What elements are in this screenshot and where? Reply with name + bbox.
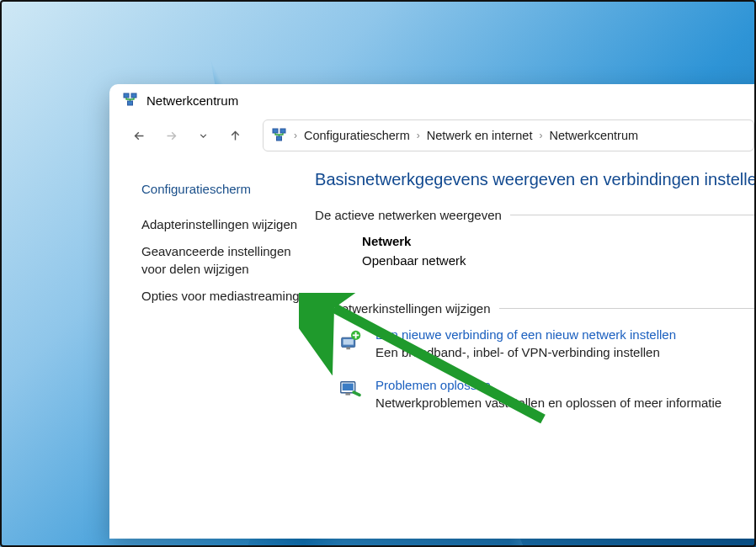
svg-rect-11 xyxy=(343,384,354,390)
sidebar-link-media-streaming[interactable]: Opties voor mediastreaming xyxy=(141,288,303,305)
action-link[interactable]: Problemen oplossen xyxy=(375,378,721,392)
breadcrumb-item[interactable]: Netwerk en internet xyxy=(427,129,533,142)
action-description: Netwerkproblemen vaststellen en oplossen… xyxy=(375,396,721,410)
section-active-networks: De actieve netwerken weergeven xyxy=(315,208,756,222)
main-content: Basisnetwerkgegevens weergeven en verbin… xyxy=(311,167,756,428)
up-button[interactable] xyxy=(221,121,249,150)
sidebar-home-link[interactable]: Configuratiescherm xyxy=(141,182,303,196)
chevron-right-icon: › xyxy=(294,130,297,141)
section-label: De actieve netwerken weergeven xyxy=(315,208,502,222)
svg-rect-2 xyxy=(128,101,133,105)
new-connection-icon xyxy=(338,327,364,353)
svg-rect-3 xyxy=(273,129,278,133)
desktop-background: Netwerkcentrum xyxy=(0,0,756,547)
active-network-block: Netwerk Openbaar netwerk xyxy=(315,234,756,268)
svg-rect-7 xyxy=(343,339,354,345)
address-bar[interactable]: › Configuratiescherm › Netwerk en intern… xyxy=(263,119,754,151)
svg-rect-0 xyxy=(124,93,129,98)
breadcrumb-item[interactable]: Configuratiescherm xyxy=(304,129,410,142)
network-center-window: Netwerkcentrum xyxy=(109,84,756,539)
section-label: De netwerkinstellingen wijzigen xyxy=(315,301,490,316)
back-button[interactable] xyxy=(125,121,153,150)
breadcrumb-item[interactable]: Netwerkcentrum xyxy=(549,129,638,142)
svg-rect-8 xyxy=(346,347,350,349)
window-body: Configuratiescherm Adapterinstellingen w… xyxy=(109,160,756,428)
svg-rect-13 xyxy=(352,390,362,397)
section-change-settings: De netwerkinstellingen wijzigen xyxy=(315,301,756,316)
chevron-right-icon: › xyxy=(539,130,542,141)
network-name: Netwerk xyxy=(362,234,756,248)
sidebar-link-adapter-settings[interactable]: Adapterinstellingen wijzigen xyxy=(141,216,303,233)
chevron-right-icon: › xyxy=(417,130,420,141)
window-title: Netwerkcentrum xyxy=(146,93,238,108)
action-troubleshoot[interactable]: Problemen oplossen Netwerkproblemen vast… xyxy=(315,378,756,410)
navigation-row: › Configuratiescherm › Netwerk en intern… xyxy=(109,111,756,160)
network-center-icon xyxy=(123,93,138,108)
svg-rect-12 xyxy=(346,393,351,396)
recent-dropdown-button[interactable] xyxy=(189,121,217,150)
svg-rect-4 xyxy=(280,129,285,133)
svg-rect-5 xyxy=(277,136,282,141)
page-heading: Basisnetwerkgegevens weergeven en verbin… xyxy=(315,170,756,189)
network-type: Openbaar netwerk xyxy=(362,253,756,268)
troubleshoot-icon xyxy=(338,378,364,403)
action-description: Een breedband-, inbel- of VPN-verbinding… xyxy=(375,345,676,359)
sidebar-link-advanced-sharing[interactable]: Geavanceerde instellingen voor delen wij… xyxy=(141,243,303,278)
section-divider xyxy=(510,215,756,215)
forward-button[interactable] xyxy=(157,121,185,150)
address-bar-icon xyxy=(272,128,287,143)
action-new-connection[interactable]: Een nieuwe verbinding of een nieuw netwe… xyxy=(315,327,756,359)
sidebar: Configuratiescherm Adapterinstellingen w… xyxy=(109,167,311,428)
window-titlebar: Netwerkcentrum xyxy=(109,84,756,111)
section-divider xyxy=(499,308,756,309)
action-link[interactable]: Een nieuwe verbinding of een nieuw netwe… xyxy=(375,327,676,342)
svg-rect-1 xyxy=(131,93,136,98)
